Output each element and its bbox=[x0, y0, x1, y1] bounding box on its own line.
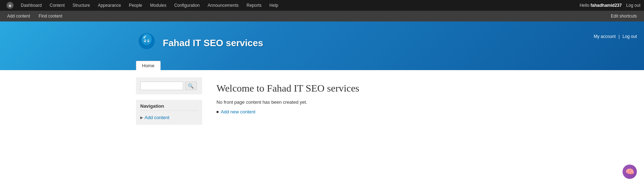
search-input[interactable] bbox=[140, 82, 183, 90]
main-wrapper: 🔍 Navigation ▶ Add content Welcome to Fa… bbox=[0, 70, 644, 132]
search-icon: 🔍 bbox=[188, 83, 194, 89]
site-nav: Home bbox=[0, 61, 644, 70]
nav-block-title: Navigation bbox=[140, 103, 198, 111]
site-header-inner: Fahad IT SEO services My account | Log o… bbox=[0, 29, 644, 57]
header-user-links: My account | Log out bbox=[594, 32, 637, 39]
svg-point-5 bbox=[145, 40, 146, 41]
bullet-icon bbox=[216, 111, 219, 113]
content-list: Add new content bbox=[216, 108, 630, 115]
toolbar-reports[interactable]: Reports bbox=[243, 0, 265, 11]
list-item: Add new content bbox=[216, 108, 630, 115]
content-area: Welcome to Fahad IT SEO services No fron… bbox=[209, 77, 637, 125]
drupal-logo-icon bbox=[136, 32, 157, 54]
page-title: Welcome to Fahad IT SEO services bbox=[216, 83, 630, 94]
edit-shortcuts-link[interactable]: Edit shortcuts bbox=[607, 14, 640, 19]
shortcut-add-content[interactable]: Add content bbox=[4, 11, 34, 21]
svg-point-2 bbox=[142, 34, 152, 45]
toolbar-home[interactable] bbox=[4, 0, 16, 11]
my-account-link[interactable]: My account bbox=[594, 34, 615, 39]
admin-toolbar: Dashboard Content Structure Appearance P… bbox=[0, 0, 644, 11]
toolbar-modules[interactable]: Modules bbox=[147, 0, 170, 11]
no-content-text: No front page content has been created y… bbox=[216, 99, 630, 105]
toolbar-help[interactable]: Help bbox=[266, 0, 282, 11]
sidebar: 🔍 Navigation ▶ Add content bbox=[136, 77, 202, 125]
site-name: Fahad IT SEO services bbox=[163, 38, 263, 49]
toolbar-dashboard[interactable]: Dashboard bbox=[17, 0, 45, 11]
toolbar-user: Hello fahadhamid237 Log out bbox=[580, 3, 640, 8]
svg-point-6 bbox=[148, 40, 149, 41]
site-header: Fahad IT SEO services My account | Log o… bbox=[0, 21, 644, 70]
hello-text: Hello fahadhamid237 bbox=[580, 3, 622, 8]
shortcut-find-content[interactable]: Find content bbox=[35, 11, 66, 21]
nav-add-content[interactable]: Add content bbox=[145, 115, 169, 120]
add-new-content-link[interactable]: Add new content bbox=[221, 109, 255, 114]
toolbar-structure[interactable]: Structure bbox=[69, 0, 94, 11]
toolbar-appearance[interactable]: Appearance bbox=[94, 0, 125, 11]
shortcuts-bar: Add content Find content Edit shortcuts bbox=[0, 11, 644, 21]
nav-block-item: ▶ Add content bbox=[140, 114, 198, 121]
site-branding: Fahad IT SEO services bbox=[7, 32, 263, 54]
toolbar-configuration[interactable]: Configuration bbox=[171, 0, 203, 11]
search-box: 🔍 bbox=[136, 77, 202, 94]
brain-icon[interactable]: 🧠 bbox=[623, 165, 637, 179]
nav-home[interactable]: Home bbox=[136, 61, 161, 70]
toolbar-nav: Dashboard Content Structure Appearance P… bbox=[4, 0, 580, 11]
home-circle-icon bbox=[6, 2, 14, 9]
nav-block: Navigation ▶ Add content bbox=[136, 100, 202, 125]
toolbar-people[interactable]: People bbox=[125, 0, 146, 11]
nav-arrow-icon: ▶ bbox=[140, 116, 143, 119]
search-button[interactable]: 🔍 bbox=[185, 82, 197, 90]
log-out-link[interactable]: Log out bbox=[623, 34, 637, 39]
username: fahadhamid237 bbox=[591, 3, 622, 8]
toolbar-announcements[interactable]: Announcements bbox=[204, 0, 242, 11]
shortcuts-left: Add content Find content bbox=[4, 11, 66, 21]
toolbar-logout[interactable]: Log out bbox=[626, 3, 640, 8]
toolbar-content[interactable]: Content bbox=[46, 0, 68, 11]
